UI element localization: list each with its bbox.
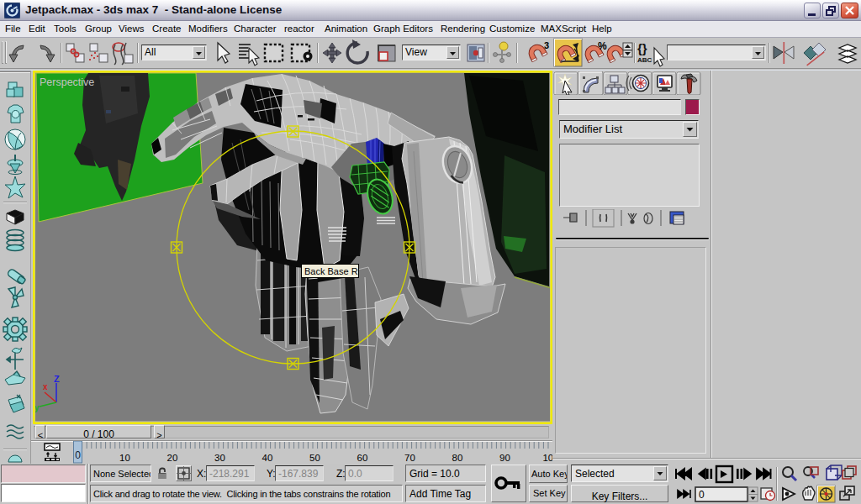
svg-text:0: 0 <box>699 489 705 501</box>
svg-text:70: 70 <box>404 453 415 463</box>
svg-text:ABC: ABC <box>637 56 652 64</box>
svg-text:90: 90 <box>499 453 510 463</box>
svg-text:100: 100 <box>542 453 552 463</box>
svg-text:30: 30 <box>214 453 225 463</box>
svg-text:80: 80 <box>452 453 463 463</box>
svg-text:3: 3 <box>544 40 549 50</box>
svg-text:20: 20 <box>167 453 178 463</box>
svg-text:10: 10 <box>119 453 130 463</box>
svg-text:50: 50 <box>309 453 320 463</box>
svg-text:y: y <box>34 403 40 412</box>
svg-text:Z: Z <box>54 374 60 384</box>
svg-text:x: x <box>43 382 48 391</box>
svg-text:60: 60 <box>357 453 368 463</box>
svg-text:Perspective: Perspective <box>40 76 94 88</box>
svg-text:0: 0 <box>75 449 81 461</box>
svg-text:%: % <box>598 40 607 52</box>
svg-text:40: 40 <box>262 453 273 463</box>
svg-text:{}: {} <box>637 41 647 55</box>
svg-text:Back Base R: Back Base R <box>304 266 358 276</box>
